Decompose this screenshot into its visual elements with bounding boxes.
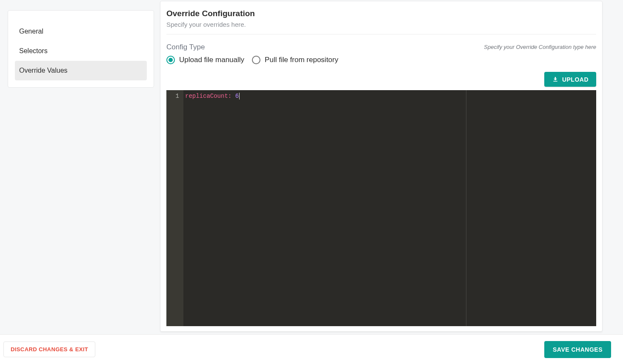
panel-subtitle: Specify your overrides here. — [166, 21, 596, 28]
editor-content[interactable]: replicaCount: 6 — [183, 90, 596, 326]
radio-label: Upload file manually — [179, 56, 244, 64]
editor-gutter: 1 — [166, 90, 183, 326]
token-value: 6 — [235, 93, 239, 100]
divider — [166, 34, 596, 34]
footer-bar: DISCARD CHANGES & EXIT SAVE CHANGES — [0, 334, 623, 364]
radio-upload-manually[interactable]: Upload file manually — [166, 56, 244, 64]
radio-label: Pull file from repository — [265, 56, 338, 64]
discard-button[interactable]: DISCARD CHANGES & EXIT — [3, 341, 95, 357]
config-type-radio-group: Upload file manually Pull file from repo… — [166, 56, 338, 64]
main-panel: Override Configuration Specify your over… — [160, 1, 603, 332]
upload-button-label: UPLOAD — [562, 76, 589, 83]
save-button-label: SAVE CHANGES — [553, 346, 603, 353]
code-line: replicaCount: 6 — [185, 92, 593, 100]
radio-icon — [252, 56, 260, 64]
config-type-hint: Specify your Override Configuration type… — [484, 44, 596, 50]
sidebar-item-label: General — [19, 28, 43, 35]
sidebar: General Selectors Override Values — [8, 10, 154, 88]
code-editor[interactable]: 1 replicaCount: 6 — [166, 90, 596, 326]
upload-button[interactable]: UPLOAD — [544, 72, 596, 87]
sidebar-item-label: Override Values — [19, 67, 68, 74]
line-number: 1 — [166, 92, 179, 100]
radio-pull-from-repo[interactable]: Pull file from repository — [252, 56, 338, 64]
save-button[interactable]: SAVE CHANGES — [544, 341, 611, 358]
sidebar-item-selectors[interactable]: Selectors — [15, 41, 147, 61]
discard-button-label: DISCARD CHANGES & EXIT — [11, 346, 88, 353]
sidebar-item-general[interactable]: General — [15, 22, 147, 41]
upload-icon — [552, 75, 559, 83]
radio-icon — [166, 56, 175, 64]
text-cursor — [239, 93, 240, 100]
token-key: replicaCount: — [185, 93, 231, 100]
config-type-label: Config Type — [166, 43, 338, 51]
sidebar-item-label: Selectors — [19, 47, 48, 54]
panel-title: Override Configuration — [166, 9, 596, 18]
editor-ruler — [466, 90, 466, 326]
sidebar-item-override-values[interactable]: Override Values — [15, 61, 147, 80]
